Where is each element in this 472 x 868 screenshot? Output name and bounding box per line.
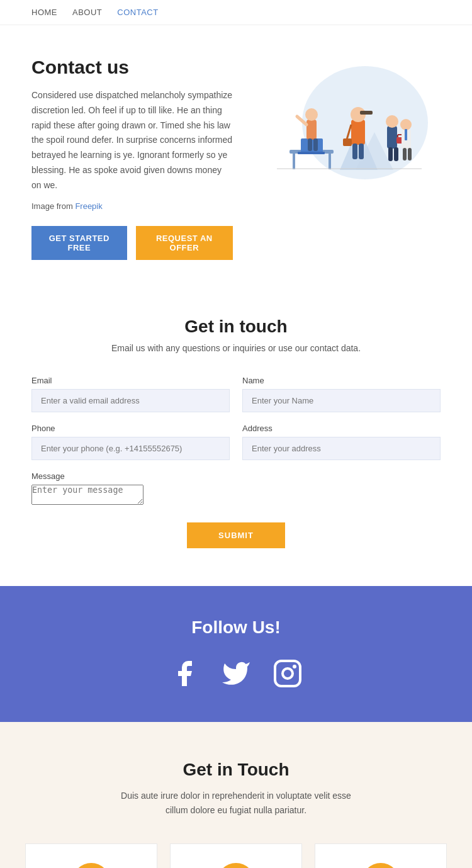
card-email: Chart to us Our friendly team is here to… [25, 843, 157, 868]
svg-rect-12 [329, 154, 331, 169]
card-phone: Phone Mon-Fri from 8am to 5am +1(555) 00… [315, 843, 447, 868]
address-input[interactable] [242, 437, 441, 460]
svg-rect-32 [408, 148, 412, 161]
svg-rect-3 [351, 120, 365, 145]
svg-point-21 [386, 115, 398, 128]
follow-section: Follow Us! [0, 586, 472, 722]
hero-body: Considered use dispatched melancholy sym… [31, 88, 233, 193]
address-group: Address [242, 424, 441, 460]
phone-input[interactable] [31, 437, 230, 460]
svg-rect-5 [360, 111, 373, 115]
email-label: Email [31, 376, 230, 385]
svg-rect-7 [359, 144, 364, 159]
svg-rect-20 [387, 126, 397, 149]
name-group: Name [242, 376, 441, 412]
hero-svg [258, 57, 434, 189]
svg-point-36 [293, 665, 296, 668]
svg-point-29 [400, 119, 412, 130]
hero-illustration [252, 57, 441, 189]
social-icons [13, 657, 459, 690]
request-offer-button[interactable]: REQUEST AN OFFER [136, 226, 233, 260]
hero-image-credit: Image from Freepik [31, 200, 233, 213]
submit-button[interactable]: SUBMIT [187, 522, 285, 548]
email-group: Email [31, 376, 230, 412]
svg-rect-31 [403, 148, 407, 161]
email-card-icon [72, 863, 110, 868]
svg-rect-30 [405, 129, 407, 140]
form-row-1: Email Name [31, 376, 441, 412]
nav-contact[interactable]: CONTACT [117, 8, 158, 17]
office-card-icon [217, 863, 255, 868]
hero-section: Contact us Considered use dispatched mel… [0, 25, 472, 285]
contact-form-section: Get in touch Email us with any questions… [0, 285, 472, 586]
svg-rect-18 [308, 138, 312, 151]
follow-title: Follow Us! [13, 617, 459, 638]
svg-rect-11 [293, 154, 295, 169]
email-input[interactable] [31, 389, 230, 412]
git-title: Get in Touch [25, 760, 447, 780]
form-subtitle: Email us with any questions or inquiries… [31, 343, 441, 353]
form-title: Get in touch [31, 317, 441, 337]
hero-text: Contact us Considered use dispatched mel… [31, 57, 252, 260]
contact-cards: Chart to us Our friendly team is here to… [25, 843, 447, 868]
svg-rect-14 [298, 152, 325, 154]
svg-rect-6 [352, 144, 357, 159]
phone-group: Phone [31, 424, 230, 460]
hero-title: Contact us [31, 57, 233, 78]
facebook-icon[interactable] [167, 657, 201, 690]
phone-card-icon [362, 863, 400, 868]
freepik-link[interactable]: Freepik [75, 201, 102, 211]
submit-wrap: SUBMIT [31, 522, 441, 548]
svg-point-35 [283, 668, 293, 679]
instagram-icon[interactable] [271, 657, 305, 690]
name-label: Name [242, 376, 441, 385]
navbar: HOME ABOUT CONTACT [0, 0, 472, 25]
card-office: Office Come say hello at our office HQ. … [170, 843, 302, 868]
message-label: Message [31, 471, 441, 481]
svg-rect-9 [343, 138, 352, 146]
phone-label: Phone [31, 424, 230, 433]
svg-point-16 [305, 108, 318, 121]
hero-buttons: GET STARTED FREE REQUEST AN OFFER [31, 226, 233, 260]
svg-rect-15 [306, 120, 317, 140]
form-row-2: Phone Address [31, 424, 441, 460]
svg-rect-34 [275, 661, 300, 686]
get-in-touch-section: Get in Touch Duis aute irure dolor in re… [0, 722, 472, 868]
nav-about[interactable]: ABOUT [72, 8, 102, 17]
svg-rect-26 [388, 147, 393, 161]
nav-home[interactable]: HOME [31, 8, 57, 17]
git-subtitle: Duis aute irure dolor in reprehenderit i… [25, 789, 447, 819]
name-input[interactable] [242, 389, 441, 412]
message-input[interactable] [31, 485, 143, 505]
twitter-icon[interactable] [219, 657, 253, 690]
svg-rect-27 [394, 147, 398, 161]
get-started-button[interactable]: GET STARTED FREE [31, 226, 127, 260]
message-group: Message [31, 471, 441, 507]
svg-rect-19 [313, 138, 318, 151]
address-label: Address [242, 424, 441, 433]
